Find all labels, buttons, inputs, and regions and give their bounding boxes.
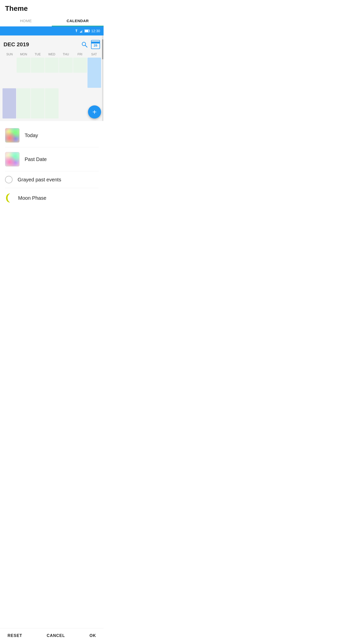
list-item[interactable]: Moon Phase (5, 188, 99, 208)
svg-rect-0 (80, 32, 81, 33)
past-date-label: Past Date (25, 156, 47, 162)
svg-line-7 (85, 46, 87, 47)
moon-svg (5, 192, 13, 204)
status-time: 12:30 (91, 29, 100, 33)
moon-phase-icon (5, 193, 13, 203)
moon-phase-label: Moon Phase (18, 195, 46, 201)
calendar-today-top-bar (92, 42, 100, 44)
table-row[interactable] (73, 58, 87, 73)
calendar-month-year: DEC 2019 (4, 41, 29, 48)
day-header-sat: SAT (87, 52, 101, 57)
day-header-tue: TUE (31, 52, 45, 57)
table-row (59, 88, 73, 118)
table-row (73, 88, 87, 118)
tab-calendar[interactable]: CALENDAR (52, 15, 104, 26)
add-event-button[interactable]: + (88, 105, 101, 118)
day-header-sun: SUN (3, 52, 17, 57)
today-label: Today (25, 133, 38, 138)
today-color-swatch[interactable] (5, 128, 20, 143)
add-icon: + (93, 108, 97, 115)
svg-rect-1 (81, 31, 82, 33)
signal-icon (80, 29, 83, 33)
day-header-mon: MON (17, 52, 31, 57)
tabs-container: HOME CALENDAR (0, 15, 104, 26)
table-row[interactable] (31, 88, 44, 118)
table-row[interactable] (45, 58, 59, 73)
list-item[interactable]: Past Date (5, 147, 99, 171)
search-icon[interactable] (81, 41, 88, 48)
calendar-today-number: 26 (94, 44, 97, 48)
table-row[interactable] (87, 58, 101, 88)
svg-rect-2 (82, 30, 82, 33)
table-row[interactable] (31, 58, 44, 73)
calendar-grid (3, 58, 101, 121)
battery-icon (84, 29, 90, 32)
table-row[interactable] (3, 88, 16, 118)
table-row[interactable] (17, 88, 30, 118)
calendar-today-button[interactable]: 26 (91, 40, 100, 49)
status-icons: 12:30 (74, 29, 100, 33)
day-header-fri: FRI (73, 52, 87, 57)
calendar-actions: 26 (81, 40, 100, 49)
table-row[interactable] (17, 58, 30, 73)
svg-point-6 (82, 42, 86, 46)
svg-rect-4 (85, 30, 88, 32)
list-item[interactable]: Today (5, 124, 99, 147)
day-headers: SUN MON TUE WED THU FRI SAT (3, 52, 101, 58)
tab-active-indicator (52, 26, 104, 26)
table-row (3, 58, 16, 73)
tab-home[interactable]: HOME (0, 15, 52, 26)
past-date-color-swatch[interactable] (5, 152, 20, 167)
day-header-wed: WED (45, 52, 59, 57)
status-bar: 12:30 (0, 26, 104, 35)
calendar-container: DEC 2019 26 SUN MON TUE WED THU FRI SAT (0, 35, 104, 121)
svg-rect-5 (89, 30, 90, 31)
table-row[interactable] (59, 58, 73, 73)
calendar-header: DEC 2019 26 (3, 38, 101, 52)
wifi-icon (74, 29, 79, 33)
settings-list: Today Past Date Grayed past events Moon … (0, 121, 104, 210)
grayed-past-events-label: Grayed past events (18, 177, 61, 183)
grayed-past-events-radio[interactable] (5, 176, 13, 183)
page-title: Theme (0, 0, 104, 15)
list-item[interactable]: Grayed past events (5, 171, 99, 188)
day-header-thu: THU (59, 52, 73, 57)
table-row[interactable] (45, 88, 59, 118)
